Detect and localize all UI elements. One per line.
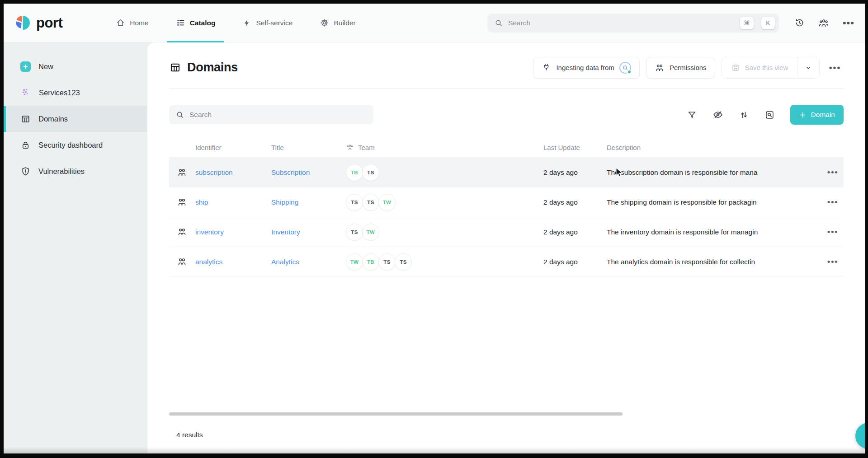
tab-self-service[interactable]: Self-service (232, 4, 302, 42)
detailed-view-button[interactable] (764, 109, 776, 121)
tab-builder[interactable]: Builder (310, 4, 365, 42)
app-window: port Home (4, 4, 865, 453)
identifier-link[interactable]: ship (195, 198, 271, 206)
team-avatars: TSTSTW (346, 194, 543, 211)
plus-tile-icon (20, 61, 31, 72)
port-logo-mark-icon (14, 14, 32, 32)
identifier-link[interactable]: analytics (195, 258, 271, 266)
shield-alert-icon (20, 166, 31, 177)
save-view-button[interactable]: Save this view (722, 57, 797, 78)
search-icon (175, 110, 184, 119)
description-cell: The shipping domain is responsible for p… (607, 198, 822, 206)
table-row[interactable]: subscription Subscription TBTS 2 days ag… (169, 157, 844, 187)
row-actions-button[interactable]: ••• (826, 168, 839, 177)
plus-icon (799, 111, 807, 119)
team-avatars: TSTW (346, 224, 543, 241)
table-row[interactable]: ship Shipping TSTSTW 2 days ago The ship… (169, 187, 844, 217)
sidebar-item-domains[interactable]: Domains (4, 106, 147, 132)
app-body: New Services123 (4, 42, 865, 453)
global-search-input[interactable] (508, 19, 732, 27)
row-actions-button[interactable]: ••• (826, 228, 839, 236)
more-icon: ••• (829, 62, 841, 73)
sort-button[interactable] (738, 109, 750, 121)
sidebar-item-security-dashboard[interactable]: Security dashboard (4, 132, 147, 158)
sidebar-item-services123[interactable]: Services123 (4, 79, 147, 106)
permissions-button[interactable]: Permissions (646, 57, 715, 79)
team-avatar[interactable]: TS (378, 253, 396, 271)
page-title-wrap: Domains (169, 61, 238, 75)
row-actions-button[interactable]: ••• (826, 198, 839, 206)
history-button[interactable] (793, 17, 806, 29)
box-search-icon (764, 110, 775, 120)
save-view-caret-button[interactable] (797, 57, 819, 78)
row-actions-button[interactable]: ••• (826, 258, 839, 266)
team-avatar[interactable]: TW (378, 194, 396, 211)
team-avatar[interactable]: TS (362, 194, 379, 211)
cluster-icon (20, 87, 31, 98)
more-menu-button[interactable]: ••• (842, 20, 855, 26)
column-description: Description (607, 144, 822, 151)
sort-arrows-icon (739, 110, 749, 120)
sidebar-item-label: Domains (38, 115, 68, 123)
filter-button[interactable] (686, 109, 698, 121)
primary-nav: Home Catalog (106, 4, 365, 42)
table-search[interactable] (169, 105, 373, 124)
sidebar-item-new[interactable]: New (4, 53, 147, 79)
team-avatar[interactable]: TW (346, 253, 363, 271)
add-domain-button[interactable]: Domain (790, 105, 844, 125)
ingesting-data-button[interactable]: Ingesting data from (533, 57, 639, 79)
description-cell: The analytics domain is responsible for … (607, 258, 822, 266)
integration-avatar (619, 62, 631, 74)
last-update-cell: 2 days ago (543, 258, 607, 266)
save-view-label: Save this view (745, 64, 788, 71)
table-row[interactable]: inventory Inventory TSTW 2 days ago The … (169, 217, 844, 247)
group-icon (169, 197, 187, 207)
eye-off-icon (712, 109, 723, 120)
sidebar-item-vulnerabilities[interactable]: Vulnerabilities (4, 158, 147, 184)
top-nav-right: ⌘ K (487, 4, 855, 42)
table-row[interactable]: analytics Analytics TWTBTSTS 2 days ago … (169, 247, 844, 276)
title-link[interactable]: Subscription (271, 168, 346, 177)
table-toolbar: Domain (169, 105, 844, 125)
team-avatar[interactable]: TB (362, 253, 379, 271)
team-avatar[interactable]: TS (346, 194, 363, 211)
sidebar: New Services123 (4, 42, 147, 453)
toolbar-icons (686, 108, 776, 121)
tab-label: Home (130, 19, 148, 27)
add-domain-label: Domain (811, 111, 835, 119)
scrollbar-thumb[interactable] (169, 412, 623, 416)
last-update-cell: 2 days ago (543, 228, 607, 236)
title-link[interactable]: Inventory (271, 228, 346, 236)
tab-home[interactable]: Home (106, 4, 158, 42)
team-avatars: TBTS (346, 164, 543, 181)
group-icon (169, 167, 187, 178)
title-link[interactable]: Analytics (271, 258, 346, 266)
global-search[interactable]: ⌘ K (487, 14, 779, 33)
sidebar-item-label: Security dashboard (38, 141, 103, 150)
identifier-link[interactable]: subscription (195, 168, 271, 177)
sidebar-item-label: Vulnerabilities (38, 167, 85, 176)
sidebar-item-label: Services123 (39, 89, 80, 97)
identifier-link[interactable]: inventory (195, 228, 271, 236)
team-avatar[interactable]: TW (362, 224, 379, 241)
save-icon (731, 63, 740, 72)
tab-catalog[interactable]: Catalog (166, 4, 226, 42)
members-button[interactable] (817, 17, 830, 29)
team-icon (346, 143, 354, 151)
title-link[interactable]: Shipping (271, 198, 346, 206)
table-search-input[interactable] (189, 111, 367, 119)
tab-label: Builder (334, 19, 355, 27)
port-logo[interactable]: port (14, 4, 62, 42)
team-avatar[interactable]: TS (395, 253, 412, 271)
lightning-icon (242, 19, 251, 28)
hide-columns-button[interactable] (712, 108, 724, 121)
home-icon (116, 18, 125, 28)
plug-icon (542, 63, 551, 72)
team-avatar[interactable]: TS (346, 224, 363, 241)
table-body: subscription Subscription TBTS 2 days ag… (169, 157, 844, 277)
team-avatar[interactable]: TB (346, 164, 363, 181)
team-avatar[interactable]: TS (362, 164, 379, 181)
page-more-button[interactable]: ••• (826, 64, 844, 72)
page-header-actions: Ingesting data from (533, 57, 844, 79)
team-avatars: TWTBTSTS (346, 253, 543, 271)
